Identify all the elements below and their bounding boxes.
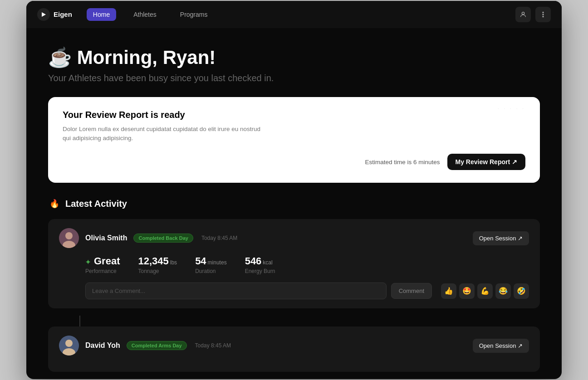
stat-tonnage: 12,345 lbs Tonnage bbox=[138, 255, 177, 274]
review-card-estimate: Estimated time is 6 minutes bbox=[365, 159, 440, 166]
svg-point-4 bbox=[543, 16, 544, 17]
avatar-david bbox=[59, 336, 79, 356]
activity-badge-olivia: Completed Back Day bbox=[133, 234, 193, 243]
activity-item-olivia: Olivia Smith Completed Back Day Today 8:… bbox=[48, 219, 540, 308]
activity-row-top: Olivia Smith Completed Back Day Today 8:… bbox=[59, 228, 529, 248]
section-title: Latest Activity bbox=[65, 199, 127, 209]
stat-performance-label: Performance bbox=[85, 268, 120, 274]
review-card: · · · · · Your Review Report is ready Do… bbox=[48, 97, 540, 183]
activity-icon: 🔥 bbox=[48, 197, 61, 210]
menu-icon[interactable] bbox=[535, 7, 551, 22]
activity-time-olivia: Today 8:45 AM bbox=[201, 235, 237, 241]
stat-tonnage-label: Tonnage bbox=[138, 268, 177, 274]
activity-badge-david: Completed Arms Day bbox=[127, 341, 187, 350]
nav-logo: Eigen bbox=[37, 8, 72, 21]
emoji-row-olivia: 👍 🤩 💪 😂 🤣 bbox=[441, 283, 529, 299]
svg-point-1 bbox=[522, 12, 524, 14]
dots-decoration: · · · · · bbox=[498, 106, 525, 111]
section-header: 🔥 Latest Activity bbox=[48, 197, 540, 210]
review-card-footer: Estimated time is 6 minutes My Review Re… bbox=[63, 154, 525, 170]
svg-point-9 bbox=[65, 340, 73, 347]
stat-duration-value: 54 minutes bbox=[195, 255, 227, 267]
open-session-btn-olivia[interactable]: Open Session ↗ bbox=[473, 231, 529, 245]
stat-duration: 54 minutes Duration bbox=[195, 255, 227, 274]
svg-point-2 bbox=[543, 12, 544, 13]
comment-btn-olivia[interactable]: Comment bbox=[391, 283, 432, 299]
app-name: Eigen bbox=[54, 10, 72, 18]
avatar-olivia bbox=[59, 228, 79, 248]
review-report-button[interactable]: My Review Report ↗ bbox=[447, 154, 525, 170]
stat-performance-value: ✦ Great bbox=[85, 255, 120, 267]
emoji-thumbsup[interactable]: 👍 bbox=[441, 283, 456, 299]
emoji-muscle[interactable]: 💪 bbox=[477, 283, 493, 299]
stat-energy-label: Energy Burn bbox=[245, 268, 275, 274]
open-session-btn-david[interactable]: Open Session ↗ bbox=[473, 339, 529, 353]
stat-energy: 546 kcal Energy Burn bbox=[245, 255, 275, 274]
app-window: Eigen Home Athletes Programs ☕ Morning, … bbox=[26, 1, 562, 380]
nav-item-programs[interactable]: Programs bbox=[174, 8, 214, 21]
user-icon[interactable] bbox=[515, 7, 531, 22]
nav-actions bbox=[515, 7, 551, 22]
hero-section: ☕ Morning, Ryan! Your Athletes have been… bbox=[26, 28, 562, 97]
svg-point-6 bbox=[65, 232, 73, 239]
review-card-title: Your Review Report is ready bbox=[63, 110, 525, 120]
emoji-rofl[interactable]: 🤣 bbox=[514, 283, 529, 299]
athlete-name-olivia: Olivia Smith bbox=[85, 234, 127, 242]
comment-input-olivia[interactable] bbox=[85, 283, 387, 299]
activity-row-top-david: David Yoh Completed Arms Day Today 8:45 … bbox=[59, 336, 529, 356]
svg-marker-0 bbox=[42, 12, 46, 17]
logo-icon bbox=[37, 8, 50, 21]
review-card-body: Dolor Lorem nulla ex deserunt cupidatat … bbox=[63, 125, 262, 143]
latest-activity-section: 🔥 Latest Activity Olivia Smith Completed… bbox=[26, 197, 562, 372]
comment-row-olivia: Comment 👍 🤩 💪 😂 🤣 bbox=[59, 283, 529, 299]
stat-tonnage-value: 12,345 lbs bbox=[138, 255, 177, 267]
svg-point-3 bbox=[543, 14, 544, 15]
emoji-starstruck[interactable]: 🤩 bbox=[459, 283, 475, 299]
stat-performance: ✦ Great Performance bbox=[85, 255, 120, 274]
hero-subtitle: Your Athletes have been busy since you l… bbox=[48, 73, 540, 83]
activity-connector bbox=[79, 316, 80, 326]
emoji-laugh[interactable]: 😂 bbox=[495, 283, 511, 299]
stat-energy-value: 546 kcal bbox=[245, 255, 275, 267]
athlete-name-david: David Yoh bbox=[85, 341, 120, 350]
stats-row-olivia: ✦ Great Performance 12,345 lbs Tonnage 5… bbox=[59, 255, 529, 274]
nav-item-home[interactable]: Home bbox=[87, 8, 116, 21]
activity-item-david: David Yoh Completed Arms Day Today 8:45 … bbox=[48, 326, 540, 372]
hero-greeting: ☕ Morning, Ryan! bbox=[48, 46, 540, 68]
activity-time-david: Today 8:45 AM bbox=[195, 342, 231, 349]
navbar: Eigen Home Athletes Programs bbox=[26, 1, 562, 28]
stat-duration-label: Duration bbox=[195, 268, 227, 274]
nav-item-athletes[interactable]: Athletes bbox=[127, 8, 163, 21]
